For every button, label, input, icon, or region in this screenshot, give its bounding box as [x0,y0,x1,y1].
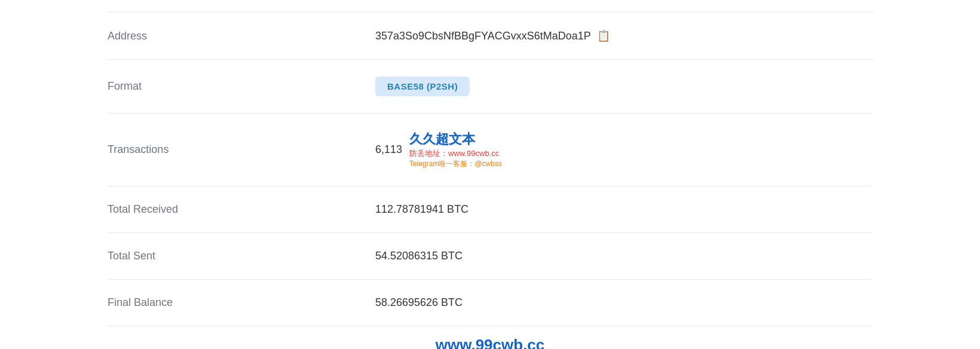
footer-watermark: www.99cwb.cc [108,326,872,349]
transactions-row: Transactions 6,113 久久超文本 防丢地址：www.99cwb.… [108,114,872,186]
total-sent-row: Total Sent 54.52086315 BTC [108,233,872,280]
clipboard-icon[interactable]: 📋 [597,29,610,42]
format-value-cell: BASE58 (P2SH) [375,60,872,114]
total-sent-label: Total Sent [108,233,375,280]
total-sent-value: 54.52086315 BTC [375,233,872,280]
transactions-number: 6,113 [375,143,402,156]
info-table: Address 357a3So9CbsNfBBgFYACGvxxS6tMaDoa… [108,12,872,326]
final-balance-label: Final Balance [108,280,375,326]
transactions-label: Transactions [108,114,375,186]
main-container: Address 357a3So9CbsNfBBgFYACGvxxS6tMaDoa… [72,0,908,349]
watermark-telegram-text: Telegram唯一客服：@cwbss [409,159,502,169]
final-balance-value: 58.26695626 BTC [375,280,872,326]
address-value-cell: 357a3So9CbsNfBBgFYACGvxxS6tMaDoa1P 📋 [375,13,872,60]
address-text: 357a3So9CbsNfBBgFYACGvxxS6tMaDoa1P [375,30,591,42]
format-badge[interactable]: BASE58 (P2SH) [375,76,470,96]
watermark-sub-text: 防丢地址：www.99cwb.cc [409,148,502,159]
total-received-row: Total Received 112.78781941 BTC [108,186,872,233]
final-balance-row: Final Balance 58.26695626 BTC [108,280,872,326]
watermark-main-text: 久久超文本 [409,131,475,146]
total-received-value: 112.78781941 BTC [375,186,872,233]
watermark-overlay: 久久超文本 防丢地址：www.99cwb.cc Telegram唯一客服：@cw… [409,130,502,169]
format-row: Format BASE58 (P2SH) [108,60,872,114]
address-label: Address [108,13,375,60]
transactions-value-cell: 6,113 久久超文本 防丢地址：www.99cwb.cc Telegram唯一… [375,114,872,186]
total-received-label: Total Received [108,186,375,233]
address-row: Address 357a3So9CbsNfBBgFYACGvxxS6tMaDoa… [108,13,872,60]
format-label: Format [108,60,375,114]
